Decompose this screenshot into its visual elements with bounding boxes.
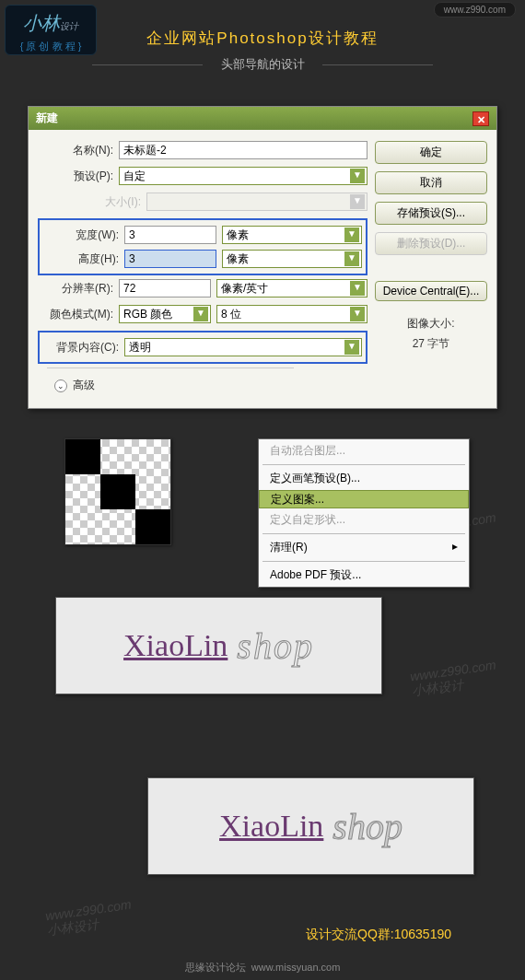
logo-small: 设计 xyxy=(60,21,78,31)
chevron-down-icon: ▼ xyxy=(350,307,365,321)
logo-preview-1: XiaoLin shop xyxy=(55,597,382,694)
chevron-down-icon: ▼ xyxy=(350,194,365,209)
resolution-label: 分辨率(R): xyxy=(38,281,119,297)
width-input[interactable] xyxy=(124,226,216,244)
dialog-titlebar[interactable]: 新建 ✕ xyxy=(29,107,496,130)
chevron-down-icon: ▼ xyxy=(350,281,365,296)
new-document-dialog: 新建 ✕ 名称(N): 预设(P): 自定▼ 大小(I): ▼ 宽度(W): 像… xyxy=(28,106,497,409)
logo-main: 小林 xyxy=(23,13,60,33)
resolution-unit-select[interactable]: 像素/英寸▼ xyxy=(216,279,368,298)
qq-group: 设计交流QQ群:10635190 xyxy=(306,927,451,943)
menu-define-pattern[interactable]: 定义图案... xyxy=(259,490,469,508)
logo-preview-2: XiaoLin shop xyxy=(147,777,474,875)
edit-context-menu: 自动混合图层... 定义画笔预设(B)... 定义图案... 定义自定形状...… xyxy=(258,438,470,588)
chevron-down-icon: ▼ xyxy=(344,251,359,266)
preset-select[interactable]: 自定▼ xyxy=(119,167,368,185)
menu-define-brush[interactable]: 定义画笔预设(B)... xyxy=(259,467,469,490)
chevron-down-icon: ▼ xyxy=(193,307,208,321)
menu-purge[interactable]: 清理(R)▸ xyxy=(259,536,469,559)
cancel-button[interactable]: 取消 xyxy=(375,171,487,194)
color-mode-select[interactable]: RGB 颜色▼ xyxy=(119,305,211,323)
close-icon[interactable]: ✕ xyxy=(472,111,489,126)
menu-pdf-preset[interactable]: Adobe PDF 预设... xyxy=(259,564,469,587)
background-group: 背景内容(C): 透明▼ xyxy=(38,331,368,364)
name-input[interactable] xyxy=(119,141,368,159)
footer-bar: 思缘设计论坛 www.missyuan.com xyxy=(0,955,525,980)
image-size-value: 27 字节 xyxy=(375,334,487,355)
dimensions-group: 宽度(W): 像素▼ 高度(H): 像素▼ xyxy=(38,218,368,275)
image-size-label: 图像大小: xyxy=(375,314,487,334)
height-unit-select[interactable]: 像素▼ xyxy=(222,250,362,268)
menu-auto-blend: 自动混合图层... xyxy=(259,439,469,462)
brand-text: XiaoLin xyxy=(123,628,228,663)
size-select: ▼ xyxy=(146,192,368,211)
device-central-button[interactable]: Device Central(E)... xyxy=(375,281,487,301)
chevron-down-icon: ▼ xyxy=(344,340,359,355)
shop-text: shop xyxy=(237,624,314,668)
width-unit-select[interactable]: 像素▼ xyxy=(222,226,362,244)
background-select[interactable]: 透明▼ xyxy=(124,338,362,356)
ok-button[interactable]: 确定 xyxy=(375,141,487,164)
advanced-toggle[interactable]: ⌄ 高级 xyxy=(38,378,368,393)
advanced-label: 高级 xyxy=(73,378,95,393)
color-bits-select[interactable]: 8 位▼ xyxy=(216,305,368,323)
width-label: 宽度(W): xyxy=(43,228,124,243)
logo-subtitle: { 原 创 教 程 } xyxy=(6,40,96,53)
chevron-down-icon: ▼ xyxy=(350,169,365,183)
url-pill: www.z990.com xyxy=(434,2,516,18)
delete-preset-button: 删除预设(D)... xyxy=(375,232,487,255)
chevron-down-icon: ▼ xyxy=(344,228,359,242)
shop-text: shop xyxy=(332,805,402,848)
expand-icon: ⌄ xyxy=(54,379,67,392)
height-label: 高度(H): xyxy=(43,251,124,267)
size-label: 大小(I): xyxy=(65,194,146,210)
height-input[interactable] xyxy=(124,250,216,268)
color-mode-label: 颜色模式(M): xyxy=(38,307,119,322)
dialog-title: 新建 xyxy=(36,111,58,126)
save-preset-button[interactable]: 存储预设(S)... xyxy=(375,202,487,225)
resolution-input[interactable] xyxy=(119,279,211,298)
background-label: 背景内容(C): xyxy=(43,340,124,356)
logo-badge: 小林设计 { 原 创 教 程 } xyxy=(5,5,97,55)
page-subtitle: 头部导航的设计 xyxy=(0,56,525,73)
pattern-swatch xyxy=(64,438,171,545)
brand-text: XiaoLin xyxy=(219,809,323,844)
preset-label: 预设(P): xyxy=(38,169,119,184)
name-label: 名称(N): xyxy=(38,143,119,158)
menu-define-shape: 定义自定形状... xyxy=(259,508,469,531)
